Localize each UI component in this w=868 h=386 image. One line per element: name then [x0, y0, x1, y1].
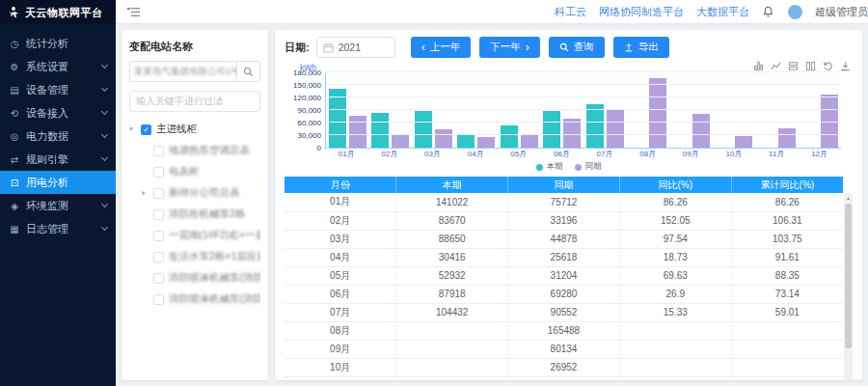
tree-node[interactable]: ▸新增分公司总表: [142, 186, 260, 200]
legend-item-same-period[interactable]: 同期: [575, 161, 602, 173]
year-picker[interactable]: 2021: [316, 37, 395, 58]
tree-node[interactable]: 地源热泵空调总表: [142, 144, 260, 157]
tree-node[interactable]: 消防喷淋机械泵(消防2): [142, 292, 260, 306]
save-image-icon[interactable]: [840, 61, 851, 71]
y-tick-label: 180,000: [286, 69, 321, 77]
table-header-cell[interactable]: 同比(%): [619, 177, 731, 193]
bar-本期-03月[interactable]: [415, 111, 432, 148]
chevron-down-icon: [101, 108, 108, 115]
bar-同期-09月[interactable]: [692, 114, 710, 148]
line-chart-icon[interactable]: [771, 61, 781, 71]
tree-node[interactable]: 电表柜: [142, 165, 260, 179]
nav-link-kegongyun[interactable]: 科工云: [555, 5, 586, 19]
table-cell: [619, 358, 731, 376]
tree-node-checkbox[interactable]: [153, 167, 164, 178]
query-button[interactable]: 查询: [549, 37, 605, 58]
bar-本期-07月[interactable]: [586, 104, 604, 148]
bar-同期-06月[interactable]: [563, 119, 581, 148]
sidebar-item-label: 规则引擎: [26, 152, 68, 167]
scroll-up-arrow[interactable]: ▲: [844, 193, 853, 203]
nav-link-bigdata-platform[interactable]: 大数据平台: [696, 5, 749, 19]
bar-同期-08月[interactable]: [649, 78, 666, 148]
table-header-cell[interactable]: 同期: [508, 177, 620, 193]
bar-同期-02月[interactable]: [392, 134, 409, 148]
sidebar-item-device-management[interactable]: ▤设备管理: [0, 78, 116, 101]
bar-chart-icon[interactable]: [753, 61, 764, 71]
sidebar-item-device-access[interactable]: ⟲设备接入: [0, 101, 116, 124]
tree-node-checkbox[interactable]: [153, 209, 164, 220]
bar-同期-05月[interactable]: [521, 134, 538, 148]
sidebar-item-label: 日志管理: [26, 222, 68, 236]
tree-node[interactable]: 消防喷淋机械泵(消防1): [142, 271, 260, 285]
tree-children: 地源热泵空调总表电表柜▸新增分公司总表消防栓机械泵2栋一层南(1#F2)右+一层…: [142, 144, 260, 306]
sidebar-item-rule-engine[interactable]: ⇄规则引擎: [0, 148, 116, 171]
caret-down-icon[interactable]: ▾: [129, 125, 136, 133]
tree-node-checkbox[interactable]: [153, 294, 164, 305]
bar-本期-01月[interactable]: [329, 89, 346, 148]
legend-item-current-period[interactable]: 本期: [536, 161, 563, 173]
user-name[interactable]: 超级管理员: [815, 5, 868, 19]
table-cell: 10月: [285, 358, 396, 376]
collapse-sidebar-icon[interactable]: [125, 4, 141, 19]
tree-node-checkbox[interactable]: [153, 146, 164, 156]
sidebar-item-system-settings[interactable]: ⚙系统设置: [0, 55, 116, 78]
station-search-button[interactable]: [236, 61, 260, 82]
chevron-down-icon: [101, 85, 108, 92]
table-header-cell[interactable]: 本期: [396, 177, 508, 193]
bar-同期-07月[interactable]: [607, 110, 624, 148]
nav-link-collab-platform[interactable]: 网络协同制造平台: [599, 5, 684, 19]
export-button[interactable]: 导出: [613, 37, 669, 58]
caret-right-icon[interactable]: ▸: [142, 189, 149, 197]
tree-node[interactable]: 一层南(1#F2)右+一层北(1#F1)左: [142, 229, 260, 242]
search-icon: [559, 42, 569, 52]
next-year-button[interactable]: 下一年 ›: [479, 37, 540, 58]
bar-本期-04月[interactable]: [457, 135, 475, 148]
scrollbar-thumb[interactable]: [845, 204, 852, 348]
notification-bell-icon[interactable]: [762, 5, 775, 19]
sidebar-item-environment-monitor[interactable]: ◈环境监测: [0, 194, 116, 217]
sidebar-item-power-data[interactable]: ◎电力数据: [0, 124, 116, 148]
table-cell: 90552: [508, 303, 620, 321]
tree-node[interactable]: 生活水泵2栋+1层应急电源: [142, 250, 260, 263]
table-cell: [396, 358, 508, 376]
gridline: [326, 122, 841, 123]
sidebar-item-electricity-analysis[interactable]: ⊡用电分析: [0, 171, 116, 194]
sidebar-item-label: 设备接入: [26, 106, 68, 121]
environment-monitor-icon: ◈: [9, 201, 20, 211]
tree-filter-input[interactable]: 输入关键字进行过滤: [129, 91, 260, 112]
table-cell: 59.01: [731, 303, 843, 321]
tree-node[interactable]: 消防栓机械泵2栋: [142, 207, 260, 221]
tree-node-checkbox[interactable]: [153, 188, 164, 199]
user-avatar[interactable]: [788, 5, 802, 19]
bar-本期-02月[interactable]: [371, 113, 389, 148]
station-name-input[interactable]: 某某电气集团有限公司1号配电: [129, 61, 236, 82]
bar-同期-04月[interactable]: [477, 137, 495, 148]
tree-root-node[interactable]: ▾ ✓ 主进线柜: [129, 123, 260, 136]
tiled-view-icon[interactable]: [805, 61, 816, 71]
table-header-cell[interactable]: 月份: [285, 177, 396, 193]
chevron-down-icon: [101, 131, 108, 138]
bar-同期-10月[interactable]: [735, 136, 752, 148]
tree-root-checkbox[interactable]: ✓: [141, 124, 151, 135]
table-cell: 11月: [285, 376, 396, 380]
tree-node-checkbox[interactable]: [153, 231, 164, 241]
sidebar-item-log-management[interactable]: ▦日志管理: [0, 217, 116, 240]
bar-同期-03月[interactable]: [435, 129, 452, 148]
table-cell: [731, 358, 843, 376]
table-header-cell[interactable]: 累计同比(%): [731, 177, 843, 193]
tree-node-checkbox[interactable]: [153, 252, 164, 262]
table-cell: 88.35: [731, 266, 843, 285]
y-tick-label: 60,000: [286, 119, 321, 127]
x-tick-label: 05月: [510, 149, 527, 159]
x-tick-label: 03月: [424, 149, 441, 159]
bar-同期-11月[interactable]: [778, 128, 796, 148]
bar-本期-05月[interactable]: [501, 125, 518, 148]
sidebar-item-stats-analysis[interactable]: ◷统计分析: [0, 32, 116, 55]
bar-本期-06月[interactable]: [543, 111, 560, 148]
prev-year-button[interactable]: ‹ 上一年: [411, 37, 472, 58]
restore-icon[interactable]: [823, 61, 833, 71]
table-row: 01月1410227571286.2686.26: [285, 193, 843, 211]
sidebar-item-label: 统计分析: [26, 37, 68, 51]
tree-node-checkbox[interactable]: [153, 273, 164, 284]
stacked-view-icon[interactable]: [788, 61, 799, 71]
